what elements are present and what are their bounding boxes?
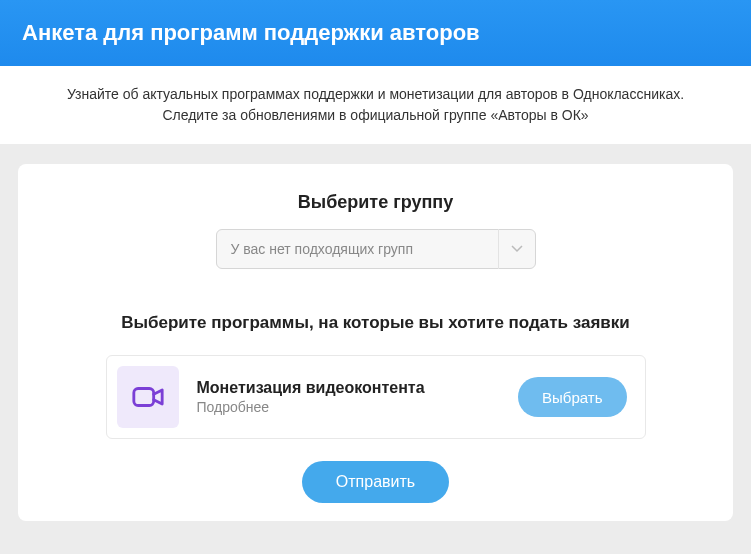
program-item: Монетизация видеоконтента Подробнее Выбр… [106, 355, 646, 439]
info-group-link[interactable]: «Авторы в ОК» [490, 107, 588, 123]
group-select[interactable]: У вас нет подходящих групп [216, 229, 536, 269]
form-card: Выберите группу У вас нет подходящих гру… [18, 164, 733, 521]
program-select-button[interactable]: Выбрать [518, 377, 626, 417]
info-banner: Узнайте об актуальных программах поддерж… [0, 66, 751, 144]
page-title: Анкета для программ поддержки авторов [22, 20, 480, 45]
submit-button[interactable]: Отправить [302, 461, 449, 503]
group-select-title: Выберите группу [58, 192, 693, 213]
main-content: Выберите группу У вас нет подходящих гру… [0, 144, 751, 521]
group-select-placeholder: У вас нет подходящих групп [231, 241, 414, 257]
submit-wrap: Отправить [58, 461, 693, 503]
info-text: Узнайте об актуальных программах поддерж… [67, 86, 684, 123]
group-select-input[interactable]: У вас нет подходящих групп [216, 229, 536, 269]
program-name: Монетизация видеоконтента [197, 379, 519, 397]
svg-rect-0 [133, 389, 153, 406]
program-text: Монетизация видеоконтента Подробнее [197, 379, 519, 415]
program-more-link[interactable]: Подробнее [197, 399, 519, 415]
video-camera-icon [117, 366, 179, 428]
page-header: Анкета для программ поддержки авторов [0, 0, 751, 66]
programs-title: Выберите программы, на которые вы хотите… [58, 313, 693, 333]
